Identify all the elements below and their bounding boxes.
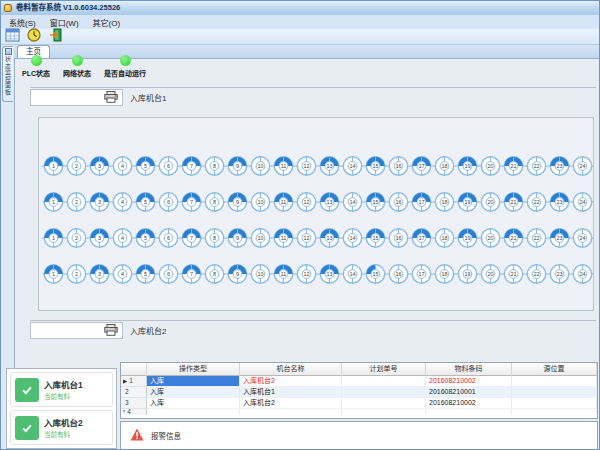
slot-13[interactable]: 13: [318, 263, 341, 285]
slot-5[interactable]: 5: [134, 155, 157, 177]
row-header[interactable]: ▶1: [121, 376, 147, 387]
slot-10[interactable]: 10: [249, 263, 272, 285]
slot-1[interactable]: 1: [42, 155, 65, 177]
slot-20[interactable]: 20: [479, 227, 502, 249]
menu-window[interactable]: 窗口(W): [50, 17, 79, 28]
table-cell[interactable]: [147, 409, 240, 415]
slot-16[interactable]: 16: [387, 227, 410, 249]
slot-8[interactable]: 8: [203, 263, 226, 285]
slot-19[interactable]: 19: [456, 227, 479, 249]
table-cell[interactable]: 201608210002: [426, 398, 512, 409]
table-cell[interactable]: [512, 376, 597, 387]
slot-3[interactable]: 3: [88, 191, 111, 213]
table-cell[interactable]: 入库机台2: [240, 398, 342, 409]
slot-15[interactable]: 15: [364, 155, 387, 177]
slot-22[interactable]: 22: [525, 263, 548, 285]
slot-14[interactable]: 14: [341, 191, 364, 213]
slot-14[interactable]: 14: [341, 227, 364, 249]
table-cell[interactable]: [512, 409, 597, 415]
slot-15[interactable]: 15: [364, 263, 387, 285]
slot-8[interactable]: 8: [203, 155, 226, 177]
slot-23[interactable]: 23: [548, 155, 571, 177]
slot-24[interactable]: 24: [571, 263, 594, 285]
slot-17[interactable]: 17: [410, 227, 433, 249]
slot-20[interactable]: 20: [479, 155, 502, 177]
slot-10[interactable]: 10: [249, 191, 272, 213]
col-header[interactable]: 机台名称: [240, 363, 342, 376]
slot-21[interactable]: 21: [502, 263, 525, 285]
row-header[interactable]: 2: [121, 387, 147, 398]
slot-11[interactable]: 11: [272, 155, 295, 177]
slot-18[interactable]: 18: [433, 227, 456, 249]
slot-3[interactable]: 3: [88, 227, 111, 249]
slot-3[interactable]: 3: [88, 263, 111, 285]
machine2-card[interactable]: 入库机台2 当前有料: [10, 410, 113, 445]
table-cell[interactable]: 入库: [147, 387, 240, 398]
calendar-button[interactable]: [3, 29, 21, 44]
slot-1[interactable]: 1: [42, 227, 65, 249]
table-cell[interactable]: [342, 398, 426, 409]
slot-4[interactable]: 4: [111, 155, 134, 177]
slot-17[interactable]: 17: [410, 155, 433, 177]
slot-11[interactable]: 11: [272, 263, 295, 285]
slot-1[interactable]: 1: [42, 263, 65, 285]
slot-11[interactable]: 11: [272, 191, 295, 213]
slot-7[interactable]: 7: [180, 155, 203, 177]
slot-3[interactable]: 3: [88, 155, 111, 177]
slot-12[interactable]: 12: [295, 263, 318, 285]
slot-5[interactable]: 5: [134, 227, 157, 249]
table-cell[interactable]: [342, 387, 426, 398]
exit-button[interactable]: [47, 29, 65, 44]
table-cell[interactable]: [240, 409, 342, 415]
slot-11[interactable]: 11: [272, 227, 295, 249]
col-header[interactable]: 操作类型: [147, 363, 240, 376]
table-cell[interactable]: 入库机台1: [240, 387, 342, 398]
table-cell[interactable]: [342, 409, 426, 415]
slot-6[interactable]: 6: [157, 191, 180, 213]
slot-12[interactable]: 12: [295, 155, 318, 177]
slot-8[interactable]: 8: [203, 227, 226, 249]
slot-1[interactable]: 1: [42, 191, 65, 213]
slot-2[interactable]: 2: [65, 227, 88, 249]
slot-13[interactable]: 13: [318, 227, 341, 249]
clock-button[interactable]: [25, 29, 43, 44]
slot-8[interactable]: 8: [203, 191, 226, 213]
slot-19[interactable]: 19: [456, 191, 479, 213]
slot-18[interactable]: 18: [433, 191, 456, 213]
table-cell[interactable]: 入库: [147, 376, 240, 387]
slot-4[interactable]: 4: [111, 227, 134, 249]
table-cell[interactable]: 201608210002: [426, 376, 512, 387]
slot-4[interactable]: 4: [111, 191, 134, 213]
slot-24[interactable]: 24: [571, 155, 594, 177]
col-header[interactable]: 源位置: [512, 363, 597, 376]
slot-14[interactable]: 14: [341, 263, 364, 285]
slot-13[interactable]: 13: [318, 191, 341, 213]
row-header[interactable]: *4: [121, 409, 147, 415]
slot-17[interactable]: 17: [410, 263, 433, 285]
slot-12[interactable]: 12: [295, 191, 318, 213]
slot-19[interactable]: 19: [456, 155, 479, 177]
slot-2[interactable]: 2: [65, 155, 88, 177]
table-cell[interactable]: [426, 409, 512, 415]
slot-9[interactable]: 9: [226, 263, 249, 285]
slot-21[interactable]: 21: [502, 191, 525, 213]
slot-20[interactable]: 20: [479, 191, 502, 213]
table-cell[interactable]: 201608210001: [426, 387, 512, 398]
slot-6[interactable]: 6: [157, 155, 180, 177]
machine1-print-button[interactable]: [30, 89, 123, 106]
slot-15[interactable]: 15: [364, 191, 387, 213]
slot-19[interactable]: 19: [456, 263, 479, 285]
slot-7[interactable]: 7: [180, 191, 203, 213]
slot-2[interactable]: 2: [65, 263, 88, 285]
slot-23[interactable]: 23: [548, 263, 571, 285]
slot-23[interactable]: 23: [548, 227, 571, 249]
slot-22[interactable]: 22: [525, 191, 548, 213]
slot-2[interactable]: 2: [65, 191, 88, 213]
slot-12[interactable]: 12: [295, 227, 318, 249]
table-cell[interactable]: 入库机台2: [240, 376, 342, 387]
slot-9[interactable]: 9: [226, 191, 249, 213]
slot-4[interactable]: 4: [111, 263, 134, 285]
col-header[interactable]: 计划单号: [342, 363, 426, 376]
slot-23[interactable]: 23: [548, 191, 571, 213]
slot-5[interactable]: 5: [134, 263, 157, 285]
